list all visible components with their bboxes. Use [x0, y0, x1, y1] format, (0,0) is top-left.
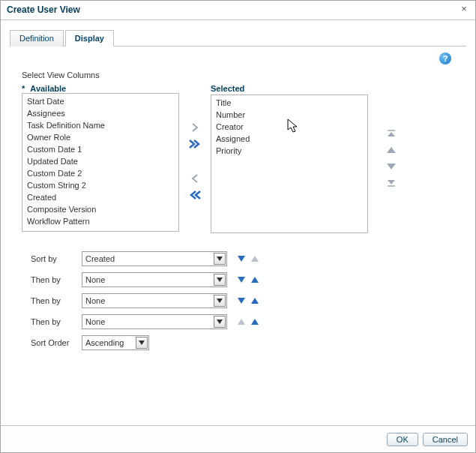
dialog-title: Create User View — [7, 4, 80, 15]
thenby-select-2[interactable]: None — [82, 293, 227, 308]
svg-marker-4 — [388, 180, 395, 184]
tab-row: Definition Display — [10, 29, 466, 46]
sort-asc-icon[interactable] — [250, 296, 260, 306]
list-item[interactable]: Start Date — [22, 95, 178, 107]
tab-definition[interactable]: Definition — [10, 30, 64, 46]
svg-marker-16 — [238, 319, 245, 325]
selected-listbox[interactable]: Title Number Creator Assigned Priority — [211, 94, 368, 233]
sortby-select[interactable]: Created — [82, 251, 227, 266]
list-item[interactable]: Custom String 2 — [22, 179, 178, 191]
svg-marker-17 — [251, 319, 259, 325]
list-item[interactable]: Custom Date 2 — [22, 167, 178, 179]
close-icon[interactable]: × — [459, 4, 469, 14]
svg-marker-8 — [251, 256, 259, 262]
sort-asc-icon[interactable] — [250, 316, 260, 327]
dropdown-icon[interactable] — [136, 337, 148, 349]
svg-marker-13 — [238, 298, 245, 304]
sort-order-row: Sort Order Ascending — [31, 335, 454, 350]
cancel-button[interactable]: Cancel — [423, 433, 468, 446]
list-item[interactable]: Workflow Pattern — [22, 215, 178, 227]
list-item[interactable]: Custom Date 1 — [22, 143, 178, 155]
sortby-label: Sort by — [31, 254, 82, 263]
sort-desc-icon[interactable] — [236, 296, 247, 306]
sort-asc-icon[interactable] — [250, 254, 260, 264]
section-label: Select View Columns — [22, 70, 454, 80]
dropdown-icon[interactable] — [214, 274, 226, 286]
sortorder-select[interactable]: Ascending — [82, 335, 149, 350]
dialog-header: Create User View × — [1, 1, 475, 20]
sort-row-2: Then by None — [31, 272, 454, 287]
available-column: * Available Start Date Assignees Task De… — [22, 84, 179, 232]
svg-marker-11 — [251, 277, 259, 283]
svg-marker-14 — [251, 298, 259, 304]
list-item[interactable]: Title — [211, 97, 367, 109]
sort-direction-4 — [236, 316, 260, 327]
svg-marker-9 — [217, 278, 223, 282]
tab-container: Definition Display ? Select View Columns… — [1, 20, 475, 350]
list-item[interactable]: Owner Role — [22, 131, 178, 143]
available-header: Available — [30, 84, 66, 93]
svg-marker-10 — [238, 277, 245, 283]
list-item[interactable]: Composite Version — [22, 203, 178, 215]
dropdown-icon[interactable] — [214, 316, 226, 328]
list-item[interactable]: Creator — [211, 121, 367, 133]
tab-content: ? Select View Columns * Available Start … — [10, 46, 466, 350]
svg-marker-1 — [388, 132, 395, 136]
sort-desc-icon[interactable] — [236, 274, 247, 285]
move-right-icon[interactable] — [188, 122, 202, 134]
move-all-left-icon[interactable] — [188, 189, 202, 201]
thenby-select-1[interactable]: None — [82, 272, 227, 287]
move-left-icon[interactable] — [188, 172, 202, 184]
move-down-icon[interactable] — [385, 160, 398, 172]
move-all-right-icon[interactable] — [188, 138, 202, 150]
thenby-value: None — [85, 317, 214, 326]
help-icon[interactable]: ? — [439, 52, 451, 64]
list-item[interactable]: Updated Date — [22, 155, 178, 167]
dropdown-icon[interactable] — [214, 295, 226, 307]
tab-display[interactable]: Display — [65, 30, 114, 46]
sort-row-1: Sort by Created — [31, 251, 454, 266]
dialog-footer: OK Cancel — [1, 425, 475, 452]
sort-row-4: Then by None — [31, 314, 454, 329]
sort-desc-icon[interactable] — [236, 254, 247, 264]
available-listbox[interactable]: Start Date Assignees Task Definition Nam… — [22, 93, 179, 232]
sort-section: Sort by Created Then by None — [31, 251, 454, 350]
shuttle: * Available Start Date Assignees Task De… — [22, 84, 454, 233]
sort-direction-1 — [236, 254, 260, 264]
available-header-row: * Available — [22, 84, 179, 93]
sortorder-label: Sort Order — [31, 338, 82, 347]
sort-direction-3 — [236, 296, 260, 306]
ok-button[interactable]: OK — [387, 433, 418, 446]
list-item[interactable]: Assigned — [211, 133, 367, 145]
dropdown-icon[interactable] — [214, 253, 226, 265]
thenby-select-3[interactable]: None — [82, 314, 227, 329]
svg-marker-12 — [217, 298, 223, 303]
list-item[interactable]: Priority — [211, 145, 367, 157]
thenby-label: Then by — [31, 296, 82, 305]
move-up-icon[interactable] — [385, 144, 398, 156]
move-bottom-icon[interactable] — [385, 177, 398, 189]
list-item[interactable]: Created — [22, 191, 178, 203]
sort-direction-2 — [236, 274, 260, 285]
svg-marker-2 — [387, 147, 396, 153]
move-top-icon[interactable] — [385, 128, 398, 140]
sort-asc-icon[interactable] — [236, 316, 247, 327]
create-user-view-dialog: Create User View × Definition Display ? … — [0, 0, 476, 453]
sortby-value: Created — [85, 254, 214, 263]
svg-marker-15 — [217, 320, 223, 324]
required-star: * — [22, 84, 25, 93]
selected-header: Selected — [211, 84, 368, 93]
thenby-value: None — [85, 275, 214, 284]
svg-marker-7 — [238, 256, 245, 262]
list-item[interactable]: Number — [211, 109, 367, 121]
reorder-buttons — [368, 128, 407, 189]
sort-row-3: Then by None — [31, 293, 454, 308]
thenby-value: None — [85, 296, 214, 305]
svg-marker-18 — [139, 340, 145, 345]
svg-marker-3 — [387, 164, 396, 170]
move-buttons — [179, 122, 211, 201]
list-item[interactable]: Task Definition Name — [22, 119, 178, 131]
selected-column: Selected Title Number Creator Assigned P… — [211, 84, 368, 233]
sort-asc-icon[interactable] — [250, 274, 260, 285]
list-item[interactable]: Assignees — [22, 107, 178, 119]
